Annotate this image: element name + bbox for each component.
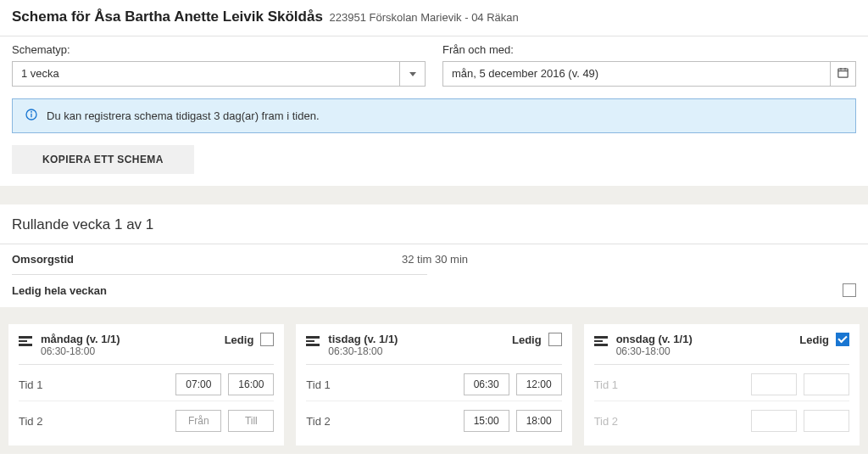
day-card-wednesday: onsdag (v. 1/1) 06:30-18:00 Ledig Tid 1 … bbox=[584, 324, 860, 445]
calendar-button[interactable] bbox=[830, 62, 855, 86]
ledig-label: Ledig bbox=[799, 333, 829, 346]
info-icon bbox=[25, 108, 38, 124]
tid1-row: Tid 1 06:30 12:00 bbox=[306, 365, 561, 401]
chevron-down-icon bbox=[409, 72, 416, 76]
tid2-from-input[interactable]: Från bbox=[175, 410, 221, 432]
fromdate-value: mån, 5 december 2016 (v. 49) bbox=[443, 62, 830, 86]
tid1-label: Tid 1 bbox=[306, 378, 456, 391]
tid2-label: Tid 2 bbox=[594, 415, 744, 428]
tid2-to-input[interactable]: 18:00 bbox=[516, 410, 562, 432]
day-head-text: tisdag (v. 1/1) 06:30-18:00 bbox=[328, 333, 504, 357]
tid1-row: Tid 1 07:00 16:00 bbox=[19, 365, 274, 401]
copy-schema-button[interactable]: KOPIERA ETT SCHEMA bbox=[12, 145, 194, 174]
tid1-to-input[interactable]: 12:00 bbox=[516, 373, 562, 395]
day-title: tisdag (v. 1/1) bbox=[328, 333, 504, 345]
day-header: tisdag (v. 1/1) 06:30-18:00 Ledig bbox=[306, 333, 561, 365]
day-hours: 06:30-18:00 bbox=[41, 345, 216, 357]
tid1-from-input bbox=[751, 373, 797, 395]
page-title: Schema för Åsa Bartha Anette Leivik Sköl… bbox=[12, 8, 323, 25]
ledig-checkbox[interactable] bbox=[260, 333, 274, 346]
care-time-row: Omsorgstid 32 tim 30 min bbox=[0, 244, 868, 274]
day-ledig-group: Ledig bbox=[512, 333, 562, 346]
svg-point-6 bbox=[31, 111, 32, 112]
ledig-label: Ledig bbox=[512, 333, 542, 346]
schemetype-label: Schematyp: bbox=[12, 43, 426, 56]
fromdate-label: Från och med: bbox=[442, 43, 856, 56]
care-time-label: Omsorgstid bbox=[12, 253, 402, 266]
page-header: Schema för Åsa Bartha Anette Leivik Sköl… bbox=[0, 0, 868, 36]
schemetype-control: Schematyp: 1 vecka bbox=[12, 43, 426, 87]
tid2-from-input[interactable]: 15:00 bbox=[464, 410, 509, 432]
schemetype-value: 1 vecka bbox=[13, 62, 399, 86]
fromdate-control: Från och med: mån, 5 december 2016 (v. 4… bbox=[442, 43, 856, 87]
day-header: onsdag (v. 1/1) 06:30-18:00 Ledig bbox=[594, 333, 849, 365]
calendar-icon bbox=[837, 66, 849, 81]
day-title: måndag (v. 1/1) bbox=[41, 333, 216, 345]
controls-row: Schematyp: 1 vecka Från och med: mån, 5 … bbox=[0, 36, 868, 98]
schemetype-select[interactable]: 1 vecka bbox=[12, 61, 426, 87]
tid2-label: Tid 2 bbox=[306, 415, 456, 428]
tid2-from-input bbox=[751, 410, 797, 432]
tid2-to-input[interactable]: Till bbox=[228, 410, 274, 432]
tid2-row: Tid 2 bbox=[594, 401, 849, 437]
menu-icon[interactable] bbox=[594, 333, 608, 346]
fromdate-input[interactable]: mån, 5 december 2016 (v. 49) bbox=[442, 61, 856, 87]
tid2-to-input bbox=[804, 410, 849, 432]
day-hours: 06:30-18:00 bbox=[328, 345, 504, 357]
day-card-tuesday: tisdag (v. 1/1) 06:30-18:00 Ledig Tid 1 … bbox=[296, 324, 571, 445]
info-banner: Du kan registrera schema tidigast 3 dag(… bbox=[12, 98, 856, 133]
day-head-text: onsdag (v. 1/1) 06:30-18:00 bbox=[616, 333, 792, 357]
free-week-row: Ledig hela veckan bbox=[0, 275, 868, 307]
ledig-checkbox[interactable] bbox=[836, 333, 849, 346]
tid1-from-input[interactable]: 06:30 bbox=[464, 373, 509, 395]
free-week-label: Ledig hela veckan bbox=[12, 284, 107, 297]
schemetype-dropdown-button[interactable] bbox=[399, 62, 425, 86]
section-divider bbox=[0, 307, 868, 324]
ledig-label: Ledig bbox=[225, 333, 254, 346]
tid2-label: Tid 2 bbox=[19, 415, 169, 428]
tid1-to-input bbox=[804, 373, 849, 395]
day-head-text: måndag (v. 1/1) 06:30-18:00 bbox=[41, 333, 216, 357]
days-area: måndag (v. 1/1) 06:30-18:00 Ledig Tid 1 … bbox=[0, 324, 868, 454]
tid2-row: Tid 2 Från Till bbox=[19, 401, 274, 437]
tid1-from-input[interactable]: 07:00 bbox=[175, 373, 221, 395]
free-week-checkbox[interactable] bbox=[843, 283, 856, 297]
day-hours: 06:30-18:00 bbox=[616, 345, 792, 357]
ledig-checkbox[interactable] bbox=[548, 333, 562, 346]
tid1-row: Tid 1 bbox=[594, 365, 849, 401]
page-subtitle: 223951 Förskolan Marievik - 04 Räkan bbox=[330, 11, 519, 24]
tid2-row: Tid 2 15:00 18:00 bbox=[306, 401, 561, 437]
tid1-to-input[interactable]: 16:00 bbox=[228, 373, 274, 395]
tid1-label: Tid 1 bbox=[594, 378, 744, 391]
tid1-label: Tid 1 bbox=[19, 378, 169, 391]
section-divider bbox=[0, 186, 868, 204]
day-ledig-group: Ledig bbox=[799, 333, 849, 346]
care-time-value: 32 tim 30 min bbox=[402, 253, 468, 266]
day-title: onsdag (v. 1/1) bbox=[616, 333, 792, 345]
day-header: måndag (v. 1/1) 06:30-18:00 Ledig bbox=[19, 333, 274, 365]
info-text: Du kan registrera schema tidigast 3 dag(… bbox=[47, 109, 320, 122]
day-ledig-group: Ledig bbox=[225, 333, 275, 346]
day-card-monday: måndag (v. 1/1) 06:30-18:00 Ledig Tid 1 … bbox=[8, 324, 284, 445]
svg-rect-0 bbox=[838, 69, 848, 77]
menu-icon[interactable] bbox=[306, 333, 320, 346]
week-title: Rullande vecka 1 av 1 bbox=[0, 204, 868, 244]
menu-icon[interactable] bbox=[19, 333, 32, 346]
